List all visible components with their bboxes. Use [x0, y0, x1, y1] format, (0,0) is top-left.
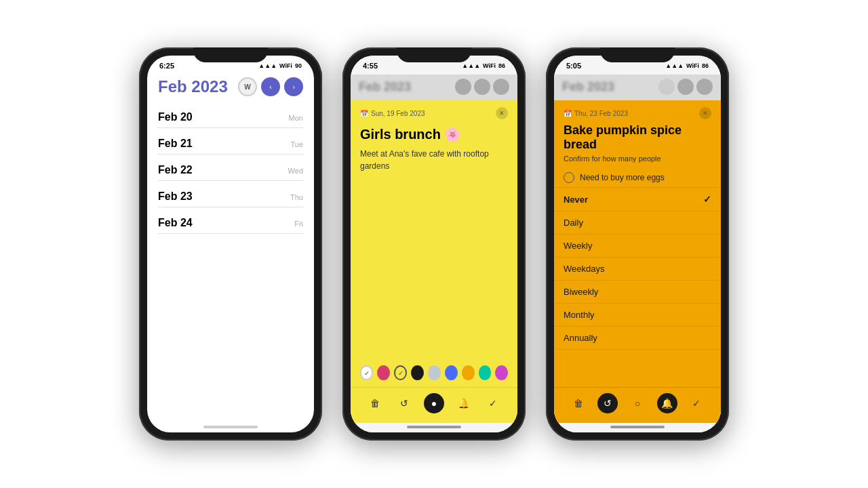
blurred-next-2 [493, 79, 509, 95]
blurred-avatar-3 [658, 79, 675, 95]
cal-day-2: Wed [288, 167, 303, 175]
wifi-icon-1: WiFi [279, 62, 292, 69]
delete-button-3[interactable]: 🗑 [568, 393, 589, 413]
check-button-3[interactable]: ✓ [686, 393, 707, 413]
delete-button-2[interactable]: 🗑 [365, 393, 385, 413]
phone3-body: Feb 2023 📅 Thu, 23 Feb 2023 ✕ [554, 75, 721, 432]
repeat-never[interactable]: Never ✓ [554, 188, 721, 211]
note3-title: Bake pumpkin spice bread [554, 122, 721, 155]
repeat-label-biweekly: Biweekly [564, 287, 598, 297]
blurred-nav-3 [658, 79, 713, 95]
calendar-nav: W ‹ › [238, 77, 303, 96]
note3-date-text: Thu, 23 Feb 2023 [574, 110, 628, 117]
prev-month-button[interactable]: ‹ [261, 77, 280, 96]
note-body-2[interactable]: Meet at Ana's fave cafe with rooftop gar… [351, 148, 517, 359]
cal-day-3: Thu [290, 193, 303, 201]
check-circle-0 [564, 172, 574, 183]
color-red[interactable] [377, 365, 390, 380]
home-bar-1 [203, 426, 258, 428]
note3-date: 📅 Thu, 23 Feb 2023 [564, 110, 628, 117]
phone-3: 5:05 ▲▲▲ WiFi 86 Feb 2023 [546, 47, 729, 441]
wifi-icon-3: WiFi [686, 62, 699, 69]
blurred-prev-2 [474, 79, 490, 95]
cal-date-3: Feb 23 [158, 190, 193, 203]
repeat-weekdays[interactable]: Weekdays [554, 258, 721, 281]
repeat-button-2[interactable]: ↺ [394, 393, 414, 413]
cal-date-2: Feb 22 [158, 164, 193, 176]
repeat-label-monthly: Monthly [564, 310, 595, 320]
app-container: 6:25 ▲▲▲ WiFi 90 Feb 2023 W ‹ › Feb 20 [0, 0, 868, 488]
repeat-daily[interactable]: Daily [554, 211, 721, 235]
next-month-button[interactable]: › [284, 77, 303, 96]
battery-1: 90 [295, 62, 302, 69]
repeat-biweekly[interactable]: Biweekly [554, 281, 721, 304]
time-2: 4:55 [363, 62, 378, 70]
note-date-text-2: Sun, 19 Feb 2023 [371, 110, 425, 117]
repeat-label-weekly: Weekly [564, 241, 592, 251]
home-bar-3 [610, 426, 665, 428]
note-title-2: Girls brunch 🌸 [351, 123, 517, 148]
color-black[interactable] [411, 365, 424, 380]
wifi-icon-2: WiFi [483, 62, 496, 69]
repeat-label-weekdays: Weekdays [564, 264, 604, 274]
status-icons-3: ▲▲▲ WiFi 86 [665, 62, 709, 69]
repeat-annually[interactable]: Annually [554, 327, 721, 350]
time-3: 5:05 [566, 62, 581, 70]
note3-popup: 📅 Thu, 23 Feb 2023 ✕ Bake pumpkin spice … [554, 100, 721, 423]
calendar-header: Feb 2023 W ‹ › [147, 75, 314, 102]
note-popup-2: 📅 Sun, 19 Feb 2023 ✕ Girls brunch 🌸 Meet… [351, 100, 517, 423]
blurred-calendar-title-2: Feb 2023 [359, 80, 411, 94]
calendar-icon-3: 📅 [564, 110, 572, 117]
color-purple[interactable] [495, 365, 508, 380]
note3-subtitle: Confirm for how many people [554, 155, 721, 168]
user-avatar[interactable]: W [238, 77, 257, 96]
notch-1 [193, 47, 268, 62]
repeat-weekly[interactable]: Weekly [554, 235, 721, 258]
repeat-label-never: Never [564, 195, 588, 205]
bell-button-3[interactable]: 🔔 [657, 393, 677, 413]
phone2-body: Feb 2023 📅 Sun, 19 Feb 2023 ✕ [351, 75, 517, 432]
home-bar-2 [407, 426, 461, 428]
color-white[interactable] [360, 365, 373, 380]
color-picker-2: ✓ [351, 359, 517, 387]
note-date-2: 📅 Sun, 19 Feb 2023 [360, 110, 425, 117]
cal-day-4: Fri [294, 220, 303, 228]
cal-row-4[interactable]: Feb 24 Fri [158, 207, 303, 234]
repeat-monthly[interactable]: Monthly [554, 304, 721, 327]
status-icons-2: ▲▲▲ WiFi 86 [462, 62, 505, 69]
phone2-blur-header: Feb 2023 [351, 75, 517, 100]
note3-close-btn[interactable]: ✕ [699, 107, 711, 119]
color-gray[interactable] [428, 365, 441, 380]
cal-row-2[interactable]: Feb 22 Wed [158, 155, 303, 181]
check-button-2[interactable]: ✓ [483, 393, 503, 413]
calendar-rows: Feb 20 Mon Feb 21 Tue Feb 22 Wed Feb 23 … [147, 102, 314, 234]
cal-row-0[interactable]: Feb 20 Mon [158, 102, 303, 128]
phone-1: 6:25 ▲▲▲ WiFi 90 Feb 2023 W ‹ › Feb 20 [139, 47, 322, 441]
signal-icon-2: ▲▲▲ [462, 62, 480, 69]
note-close-btn-2[interactable]: ✕ [496, 107, 508, 119]
note-toolbar-2: 🗑 ↺ ● 🔔 ✓ [351, 387, 517, 423]
cal-row-1[interactable]: Feb 21 Tue [158, 128, 303, 155]
repeat-button-3[interactable]: ↺ [597, 393, 618, 413]
phone3-blur-header: Feb 2023 [554, 75, 721, 100]
time-1: 6:25 [159, 62, 174, 70]
color-blue[interactable] [445, 365, 458, 380]
blurred-prev-3 [677, 79, 694, 95]
checkmark-never: ✓ [703, 194, 711, 205]
signal-icon-3: ▲▲▲ [665, 62, 684, 69]
calendar-icon-2: 📅 [360, 110, 368, 117]
checklist-item-0[interactable]: Need to buy more eggs [554, 168, 721, 188]
cal-day-1: Tue [290, 140, 303, 148]
bell-button-2[interactable]: 🔔 [454, 393, 474, 413]
color-yellow-selected[interactable]: ✓ [394, 365, 407, 380]
color-orange[interactable] [462, 365, 475, 380]
circle-button-2[interactable]: ● [424, 393, 444, 413]
cal-row-3[interactable]: Feb 23 Thu [158, 181, 303, 207]
circle-button-3[interactable]: ○ [627, 393, 648, 413]
notch-3 [600, 47, 675, 62]
blurred-avatar-2 [455, 79, 471, 95]
phone-2: 4:55 ▲▲▲ WiFi 86 Feb 2023 [342, 47, 526, 441]
screen-1: 6:25 ▲▲▲ WiFi 90 Feb 2023 W ‹ › Feb 20 [147, 56, 314, 432]
screen-3: 5:05 ▲▲▲ WiFi 86 Feb 2023 [554, 56, 721, 432]
color-teal[interactable] [479, 365, 492, 380]
